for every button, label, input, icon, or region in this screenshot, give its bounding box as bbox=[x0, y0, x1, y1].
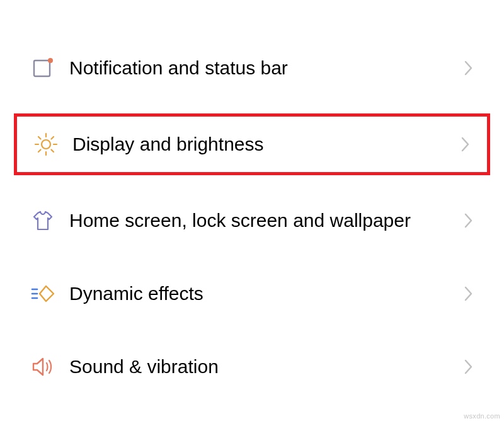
svg-line-9 bbox=[52, 137, 54, 139]
chevron-right-icon bbox=[464, 285, 474, 303]
svg-point-1 bbox=[48, 58, 53, 63]
svg-point-2 bbox=[42, 140, 50, 149]
settings-item-label: Dynamic effects bbox=[55, 281, 464, 307]
settings-item-label: Home screen, lock screen and wallpaper bbox=[55, 208, 464, 234]
chevron-right-icon bbox=[464, 212, 474, 229]
notification-icon bbox=[30, 55, 55, 81]
svg-rect-0 bbox=[34, 61, 50, 76]
sound-icon bbox=[30, 354, 55, 379]
chevron-right-icon bbox=[464, 59, 474, 77]
settings-item-label: Notification and status bar bbox=[55, 55, 464, 81]
settings-item-sound-vibration[interactable]: Sound & vibration bbox=[0, 330, 504, 403]
svg-line-7 bbox=[38, 137, 41, 139]
settings-item-label: Display and brightness bbox=[59, 132, 461, 158]
settings-item-dynamic-effects[interactable]: Dynamic effects bbox=[0, 257, 504, 330]
settings-item-label: Sound & vibration bbox=[55, 354, 464, 380]
settings-item-display-brightness[interactable]: Display and brightness bbox=[14, 113, 490, 175]
svg-line-10 bbox=[38, 150, 41, 153]
shirt-icon bbox=[30, 208, 55, 233]
brightness-icon bbox=[33, 132, 59, 157]
settings-item-notification-status-bar[interactable]: Notification and status bar bbox=[0, 32, 504, 105]
svg-line-8 bbox=[52, 150, 54, 153]
dynamic-effects-icon bbox=[30, 281, 55, 306]
settings-list: Notification and status bar bbox=[0, 0, 504, 403]
chevron-right-icon bbox=[464, 358, 474, 376]
settings-item-home-lock-wallpaper[interactable]: Home screen, lock screen and wallpaper bbox=[0, 184, 504, 257]
watermark: wsxdn.com bbox=[464, 412, 500, 420]
chevron-right-icon bbox=[461, 136, 471, 153]
